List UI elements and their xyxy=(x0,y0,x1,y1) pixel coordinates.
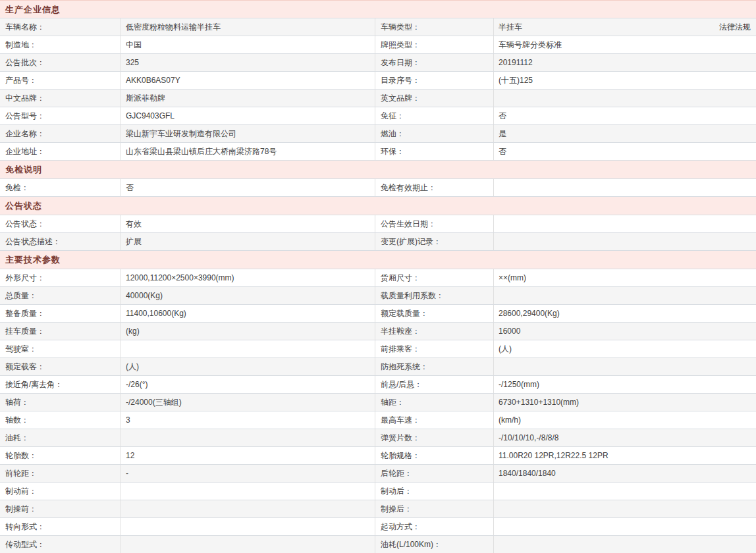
field-label: 燃油： xyxy=(375,125,494,142)
field-row: 产品号：AKK0B6AS07Y目录序号：(十五)125 xyxy=(0,72,756,90)
field-value: 12000,11200×2500×3990(mm) xyxy=(121,269,375,286)
field-label: 环保： xyxy=(375,143,494,160)
field-value: 11.00R20 12PR,12R22.5 12PR xyxy=(499,447,608,464)
field-label: 免征： xyxy=(375,107,494,124)
field-label: 油耗： xyxy=(0,429,121,446)
field-value: 16000 xyxy=(499,323,520,340)
field-label: 前悬/后悬： xyxy=(375,376,494,393)
legal-regulations-link[interactable]: 法律法规 xyxy=(719,18,751,36)
field-value-cell xyxy=(494,233,756,250)
field-value-cell: 否 xyxy=(494,107,756,124)
section-title: 免检说明 xyxy=(0,161,756,179)
field-value: 1840/1840/1840 xyxy=(499,465,556,482)
field-value xyxy=(121,500,375,517)
field-row: 制操前：制操后： xyxy=(0,500,756,518)
field-value: 否 xyxy=(121,179,375,196)
field-row: 企业名称：梁山新宇车业研发制造有限公司燃油：是 xyxy=(0,125,756,143)
field-value-cell xyxy=(494,536,756,553)
field-label: 轴数： xyxy=(0,411,121,429)
field-label: 载质量利用系数： xyxy=(375,287,494,304)
field-label: 起动方式： xyxy=(375,518,494,535)
field-label: 免检有效期止： xyxy=(375,179,494,196)
field-value-cell xyxy=(494,90,756,107)
field-value-cell xyxy=(494,483,756,500)
field-row: 油耗：弹簧片数：-/10/10/10,-/8/8/8 xyxy=(0,429,756,447)
field-value-cell: 否 xyxy=(494,143,756,160)
field-value: - xyxy=(121,465,375,482)
field-value-cell: 20191112 xyxy=(494,54,756,71)
field-label: 牌照类型： xyxy=(375,36,494,53)
field-value-cell xyxy=(494,500,756,517)
field-row: 车辆名称：低密度粉粒物料运输半挂车车辆类型：半挂车法律法规 xyxy=(0,18,756,36)
field-row: 公告状态描述：扩展变更(扩展)记录： xyxy=(0,233,756,251)
field-label: 总质量： xyxy=(0,287,121,304)
field-value-cell xyxy=(494,358,756,375)
field-label: 目录序号： xyxy=(375,72,494,89)
field-label: 转向形式： xyxy=(0,518,121,535)
field-label: 挂车质量： xyxy=(0,323,121,340)
field-value-cell: -/1250(mm) xyxy=(494,376,756,393)
field-label: 额定载客： xyxy=(0,358,121,375)
field-label: 轴距： xyxy=(375,394,494,411)
field-value: GJC9403GFL xyxy=(121,107,375,124)
field-value: (十五)125 xyxy=(499,72,533,89)
field-label: 车辆类型： xyxy=(375,18,494,36)
field-value: 斯派菲勒牌 xyxy=(121,90,375,107)
field-label: 接近角/离去角： xyxy=(0,376,121,393)
field-label: 防抱死系统： xyxy=(375,358,494,375)
field-value-cell: (人) xyxy=(494,340,756,357)
field-row: 公告状态：有效公告生效日期： xyxy=(0,215,756,233)
field-label: 前轮距： xyxy=(0,465,121,482)
field-value: 28600,29400(Kg) xyxy=(499,305,560,322)
field-row: 公告型号：GJC9403GFL免征：否 xyxy=(0,107,756,125)
field-value-cell: 1840/1840/1840 xyxy=(494,465,756,482)
field-value: 扩展 xyxy=(121,233,375,250)
field-value-cell: 28600,29400(Kg) xyxy=(494,305,756,322)
field-value xyxy=(121,483,375,500)
field-value: 梁山新宇车业研发制造有限公司 xyxy=(121,125,375,142)
field-value: (km/h) xyxy=(499,411,521,429)
field-value: AKK0B6AS07Y xyxy=(121,72,375,89)
field-label: 产品号： xyxy=(0,72,121,89)
field-label: 油耗(L/100Km)： xyxy=(375,536,494,553)
field-value: 山东省梁山县梁山镇后庄大桥南梁济路78号 xyxy=(121,143,375,160)
field-value: (人) xyxy=(121,358,375,375)
field-value: 中国 xyxy=(121,36,375,53)
field-row: 额定载客：(人)防抱死系统： xyxy=(0,358,756,376)
field-label: 公告型号： xyxy=(0,107,121,124)
field-label: 最高车速： xyxy=(375,411,494,429)
field-row: 制动前：制动后： xyxy=(0,483,756,500)
field-label: 公告批次： xyxy=(0,54,121,71)
field-value: 11400,10600(Kg) xyxy=(121,305,375,322)
field-value: 半挂车 xyxy=(499,18,522,36)
field-row: 整备质量：11400,10600(Kg)额定载质量：28600,29400(Kg… xyxy=(0,305,756,323)
field-value-cell: 11.00R20 12PR,12R22.5 12PR xyxy=(494,447,756,464)
field-value-cell: 16000 xyxy=(494,323,756,340)
field-value xyxy=(121,518,375,535)
field-row: 轮胎数：12轮胎规格：11.00R20 12PR,12R22.5 12PR xyxy=(0,447,756,465)
field-label: 外形尺寸： xyxy=(0,269,121,286)
field-label: 后轮距： xyxy=(375,465,494,482)
field-label: 制动前： xyxy=(0,483,121,500)
field-label: 英文品牌： xyxy=(375,90,494,107)
field-value-cell: (十五)125 xyxy=(494,72,756,89)
field-label: 车辆名称： xyxy=(0,18,121,36)
field-value: 6730+1310+1310(mm) xyxy=(499,394,579,411)
field-value: 是 xyxy=(499,125,506,142)
field-label: 制动后： xyxy=(375,483,494,500)
field-row: 传动型式：油耗(L/100Km)： xyxy=(0,536,756,553)
field-value: 325 xyxy=(121,54,375,71)
field-row: 轴荷：-/24000(三轴组)轴距：6730+1310+1310(mm) xyxy=(0,394,756,411)
field-label: 企业名称： xyxy=(0,125,121,142)
field-value-cell xyxy=(494,287,756,304)
field-label: 弹簧片数： xyxy=(375,429,494,446)
field-value: -/1250(mm) xyxy=(499,376,539,393)
field-label: 传动型式： xyxy=(0,536,121,553)
field-label: 制造地： xyxy=(0,36,121,53)
section-title: 主要技术参数 xyxy=(0,251,756,269)
field-label: 轮胎数： xyxy=(0,447,121,464)
field-row: 中文品牌：斯派菲勒牌英文品牌： xyxy=(0,90,756,107)
field-label: 整备质量： xyxy=(0,305,121,322)
field-label: 轴荷： xyxy=(0,394,121,411)
field-value: 否 xyxy=(499,143,506,160)
